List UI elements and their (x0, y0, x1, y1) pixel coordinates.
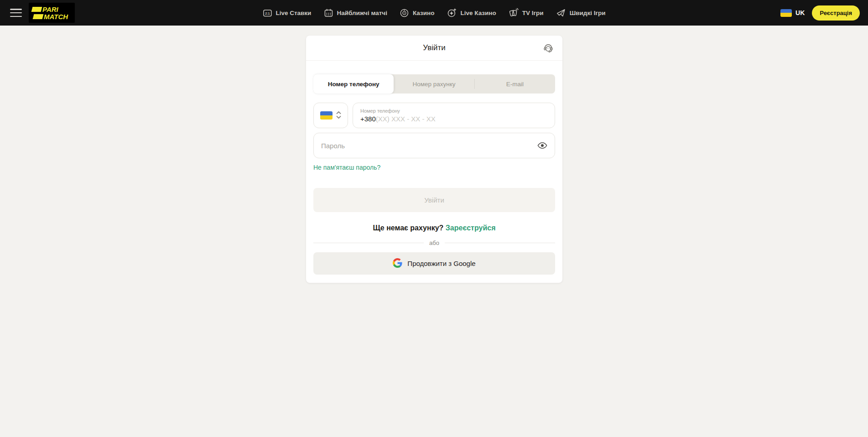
logo-text-line1: PARI (42, 6, 58, 13)
ukraine-flag-icon (320, 111, 333, 120)
roulette-icon (400, 8, 409, 18)
login-method-tabs: Номер телефону Номер рахунку E-mail (313, 74, 555, 94)
logo-chip-icon (33, 14, 44, 19)
language-code: UK (795, 9, 805, 16)
nav-item-label: Live Казино (460, 10, 496, 16)
paper-plane-icon (556, 8, 566, 18)
register-button[interactable]: Реєстрація (812, 5, 860, 21)
tv-games-icon (509, 8, 519, 18)
card-header: Увійти (306, 36, 562, 61)
phone-number-input[interactable]: Номер телефону +380(XX) XXX - XX - XX (353, 103, 555, 128)
nav-item-upcoming-matches[interactable]: Найближчі матчі (323, 8, 387, 18)
tab-account-number[interactable]: Номер рахунку (394, 74, 474, 94)
nav-item-label: TV Ігри (522, 10, 544, 16)
card-title: Увійти (423, 43, 445, 52)
signup-link[interactable]: Зареєструйся (446, 224, 496, 232)
support-headset-icon[interactable] (542, 42, 554, 56)
phone-input-label: Номер телефону (360, 108, 555, 114)
top-navbar: PARI MATCH 2:1 Live Ставки (0, 0, 868, 26)
login-button[interactable]: Увійти (313, 188, 555, 212)
nav-item-label: Найближчі матчі (337, 10, 387, 16)
menu-button[interactable] (10, 8, 22, 17)
password-field[interactable] (313, 133, 555, 158)
live-casino-icon (447, 8, 457, 18)
or-divider: або (313, 239, 555, 246)
forgot-password-link[interactable]: Не пам'ятаєш пароль? (313, 164, 380, 171)
nav-item-label: Live Ставки (275, 10, 311, 16)
tab-email[interactable]: E-mail (475, 74, 555, 94)
ukraine-flag-icon (780, 9, 792, 17)
logo-chip-icon (31, 7, 42, 12)
navbar-right: UK Реєстрація (780, 0, 860, 26)
country-selector[interactable] (313, 103, 348, 128)
calendar-icon (323, 8, 333, 18)
chevron-up-down-icon (336, 110, 342, 121)
logo-text-line2: MATCH (44, 13, 68, 20)
hamburger-icon (10, 9, 22, 10)
signup-question: Ще немає рахунку? (373, 224, 444, 232)
google-button-label: Продовжити з Google (407, 260, 475, 267)
nav-item-label: Казино (413, 10, 435, 16)
or-divider-label: або (429, 239, 439, 246)
nav-item-label: Швидкі Ігри (570, 10, 606, 16)
svg-text:2:1: 2:1 (265, 11, 270, 15)
main-nav: 2:1 Live Ставки Найближчі матчі (262, 0, 605, 26)
nav-item-tv-games[interactable]: TV Ігри (509, 8, 544, 18)
nav-item-casino[interactable]: Казино (400, 8, 435, 18)
password-input[interactable] (321, 142, 537, 150)
google-login-button[interactable]: Продовжити з Google (313, 252, 555, 275)
nav-item-quick-games[interactable]: Швидкі Ігри (556, 8, 606, 18)
parimatch-logo[interactable]: PARI MATCH (29, 3, 75, 23)
google-icon (393, 258, 402, 269)
login-card: Увійти Номер телефону Номер рахунку E-ma… (306, 36, 562, 283)
nav-item-live-bets[interactable]: 2:1 Live Ставки (262, 8, 311, 18)
live-score-icon: 2:1 (262, 8, 272, 18)
phone-mask-placeholder: (XX) XXX - XX - XX (376, 115, 436, 123)
language-selector[interactable]: UK (780, 9, 805, 17)
eye-icon[interactable] (537, 140, 547, 151)
nav-item-live-casino[interactable]: Live Казино (447, 8, 496, 18)
signup-row: Ще немає рахунку? Зареєструйся (313, 224, 555, 232)
phone-prefix: +380 (360, 115, 376, 123)
tab-phone-number[interactable]: Номер телефону (313, 74, 394, 94)
phone-row: Номер телефону +380(XX) XXX - XX - XX (313, 103, 555, 128)
